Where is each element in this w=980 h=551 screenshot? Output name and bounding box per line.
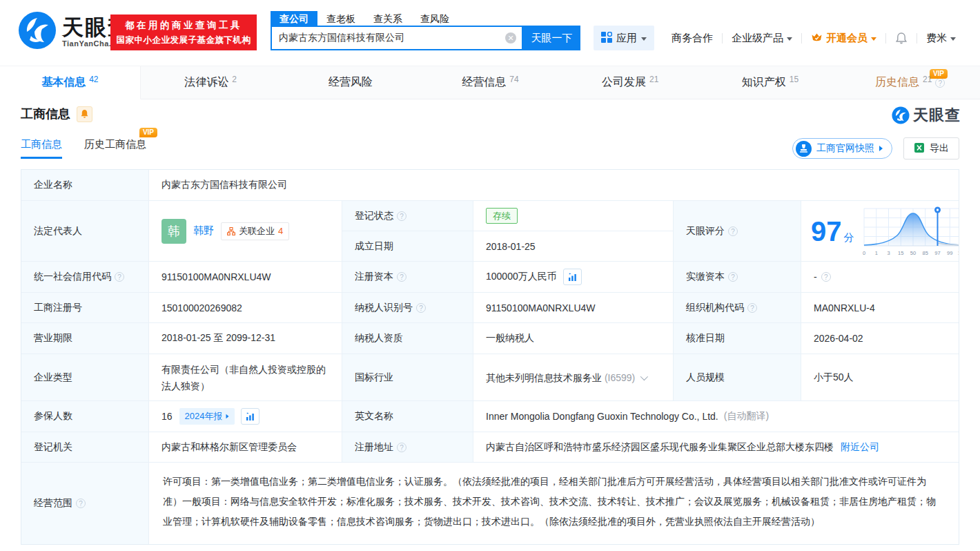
field-reg-no-label: 工商注册号 (21, 293, 149, 323)
field-score-label: 天眼评分 (674, 201, 801, 262)
tab-label: 知识产权 (742, 75, 786, 90)
nav-item-business-cooperation[interactable]: 商务合作 (663, 32, 722, 45)
excel-icon (914, 142, 925, 155)
help-icon[interactable] (728, 272, 738, 282)
tab-count: 21 (923, 75, 932, 84)
tianyancha-logo-icon (892, 106, 910, 124)
help-icon[interactable] (115, 272, 124, 282)
tab-operation-risk[interactable]: 经营风险 (280, 66, 420, 99)
monitor-bell-button[interactable] (77, 106, 92, 122)
bell-icon (895, 32, 908, 45)
field-legal-rep-value: 韩 韩野 关联企业 4 (149, 201, 342, 262)
tab-legal-litigation[interactable]: 法律诉讼 2 (141, 66, 281, 99)
promo-line2: 国家中小企业发展子基金旗下机构 (117, 35, 251, 46)
field-tax-id-label: 纳税人识别号 (342, 293, 473, 323)
svg-text:99: 99 (947, 250, 952, 256)
field-company-type-label: 企业类型 (21, 354, 149, 401)
tab-label: 经营信息 (462, 75, 506, 90)
arrow-right-icon (879, 146, 883, 151)
nav-item-enterprise-products[interactable]: 企业级产品 (723, 32, 801, 45)
field-industry-value: 其他未列明信息技术服务业 (I6599) (473, 354, 674, 401)
related-companies-badge[interactable]: 关联企业 4 (221, 222, 289, 240)
help-icon[interactable] (397, 211, 406, 221)
svg-text:97: 97 (934, 250, 940, 256)
help-icon[interactable] (416, 303, 426, 313)
search-input[interactable] (272, 32, 505, 44)
subtab-history-business-info[interactable]: VIP 历史工商信息 (84, 138, 146, 159)
bar-chart-icon (246, 412, 255, 421)
field-company-name-value: 内蒙古东方国信科技有限公司 (149, 170, 959, 201)
tab-operation-info[interactable]: 经营信息 74 (420, 66, 560, 99)
svg-text:85: 85 (922, 250, 928, 256)
tab-basic-info[interactable]: 基本信息 42 (0, 66, 141, 99)
chart-x-ticks: 01 315 5085 9799 100 (862, 250, 959, 256)
field-tax-quality-value: 一般纳税人 (473, 323, 674, 354)
tab-label: 经营风险 (329, 75, 373, 90)
annual-report-badge[interactable]: 2024年报 (179, 408, 235, 425)
promo-line1: 都在用的商业查询工具 (125, 19, 242, 32)
help-icon[interactable] (747, 303, 757, 313)
search-button[interactable]: 天眼一下 (523, 26, 580, 50)
button-label: 工商官网快照 (816, 142, 874, 155)
field-reg-status-label: 登记状态 (342, 201, 473, 231)
field-reg-no-value: 150100020269082 (149, 293, 342, 323)
apps-menu[interactable]: 应用 (594, 26, 654, 50)
subtab-business-info[interactable]: 工商信息 (21, 138, 62, 159)
notification-bell[interactable] (886, 32, 917, 45)
page: 天眼查 TianYanCha.com 都在用的商业查询工具 国家中小企业发展子基… (0, 0, 980, 551)
clear-search-icon[interactable]: ✕ (505, 32, 516, 44)
field-org-code-label: 组织机构代码 (674, 293, 801, 323)
nearby-companies-link[interactable]: 附近公司 (841, 441, 879, 454)
score-number: 97分 (811, 218, 854, 245)
official-snapshot-button[interactable]: 工商官网快照 (792, 138, 892, 159)
svg-text:50: 50 (910, 250, 915, 256)
nav-item-open-vip[interactable]: 开通会员 (802, 32, 885, 45)
field-est-date-label: 成立日期 (342, 231, 473, 262)
nav-label: 商务合作 (672, 32, 713, 45)
business-info-table: 企业名称 内蒙古东方国信科技有限公司 法定代表人 韩 韩野 关联企业 4 登记状… (21, 169, 959, 545)
nav-item-user[interactable]: 费米 (917, 32, 965, 45)
org-chart-icon (227, 227, 235, 235)
field-approve-date-label: 核准日期 (674, 323, 801, 354)
help-icon[interactable] (76, 499, 86, 508)
field-insured-value: 16 2024年报 (149, 401, 342, 432)
field-est-date-value: 2018-01-25 (473, 231, 674, 262)
bar-chart-icon (568, 273, 577, 282)
help-icon[interactable] (728, 226, 738, 236)
legal-rep-name-link[interactable]: 韩野 (193, 224, 214, 238)
tab-intellectual-property[interactable]: 知识产权 15 (700, 66, 841, 99)
score-distribution-chart: 01 315 5085 9799 100 (861, 204, 959, 258)
help-icon[interactable] (397, 443, 406, 452)
badge-label: 2024年报 (185, 410, 223, 423)
export-button[interactable]: 导出 (903, 137, 959, 160)
field-insured-label: 参保人数 (21, 401, 149, 432)
tab-history-info[interactable]: VIP 历史信息 21 (840, 66, 980, 99)
tab-count: 74 (509, 75, 518, 84)
tab-label: 法律诉讼 (184, 75, 228, 90)
top-nav: 应用 商务合作 企业级产品 开通会员 费 (594, 26, 965, 50)
help-icon[interactable] (821, 272, 831, 282)
industry-code: (I6599) (605, 372, 635, 383)
field-legal-rep-label: 法定代表人 (21, 201, 149, 262)
badge-count: 4 (278, 226, 283, 236)
promo-banner: 都在用的商业查询工具 国家中小企业发展子基金旗下机构 (110, 14, 257, 50)
legal-rep-avatar[interactable]: 韩 (161, 219, 186, 244)
field-address-value: 内蒙古自治区呼和浩特市盛乐经济园区盛乐现代服务业集聚区企业总部大楼东四楼 附近公… (473, 432, 959, 463)
field-uscc-value: 91150100MA0NRXLU4W (149, 262, 342, 293)
tab-label: 公司发展 (602, 75, 646, 90)
watermark-text: 天眼查 (913, 105, 961, 126)
expand-industry-chevron[interactable] (640, 372, 648, 380)
help-icon[interactable] (935, 78, 945, 88)
field-paid-capital-value: - (801, 262, 959, 293)
user-name: 费米 (926, 32, 947, 45)
header: 天眼查 TianYanCha.com 都在用的商业查询工具 国家中小企业发展子基… (0, 0, 980, 62)
insured-chart-button[interactable] (241, 408, 259, 425)
help-icon[interactable] (397, 272, 406, 282)
grid-icon (601, 32, 612, 45)
capital-chart-button[interactable] (563, 269, 582, 285)
chevron-down-icon (950, 37, 956, 41)
svg-text:0: 0 (862, 250, 865, 256)
tab-company-development[interactable]: 公司发展 21 (560, 66, 700, 99)
field-tax-quality-label: 纳税人资质 (342, 323, 473, 354)
vip-badge: VIP (930, 69, 948, 79)
